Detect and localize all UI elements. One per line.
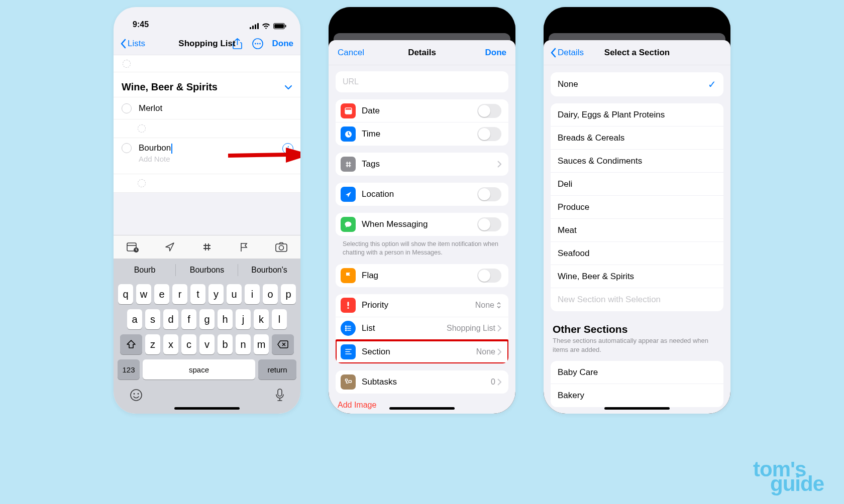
- key-o[interactable]: o: [263, 284, 278, 304]
- key-n[interactable]: n: [236, 334, 251, 354]
- keyboard[interactable]: qwertyuiop asdfghjkl zxcvbnm 123 space r…: [114, 281, 300, 414]
- section-option[interactable]: Bakery: [551, 384, 723, 407]
- camera-icon[interactable]: [275, 242, 287, 252]
- tag-icon[interactable]: [201, 241, 213, 253]
- list-cell[interactable]: List Shopping List: [336, 317, 508, 340]
- date-cell[interactable]: Date: [336, 99, 508, 122]
- priority-cell[interactable]: Priority None: [336, 294, 508, 317]
- svg-point-39: [346, 330, 347, 331]
- location-icon: [341, 187, 356, 202]
- key-l[interactable]: l: [272, 309, 287, 329]
- section-option[interactable]: Sauces & Condiments: [551, 150, 723, 173]
- key-p[interactable]: p: [281, 284, 296, 304]
- share-icon[interactable]: [232, 38, 243, 49]
- back-button[interactable]: Lists: [121, 39, 145, 49]
- key-z[interactable]: z: [145, 334, 160, 354]
- back-button[interactable]: Details: [551, 48, 584, 58]
- section-option[interactable]: Breads & Cereals: [551, 127, 723, 150]
- key-f[interactable]: f: [181, 309, 196, 329]
- key-i[interactable]: i: [245, 284, 260, 304]
- suggestion[interactable]: Bourbon's: [238, 259, 300, 281]
- cell-label: Location: [362, 189, 471, 199]
- key-g[interactable]: g: [199, 309, 215, 329]
- section-option[interactable]: Wine, Beer & Spirits: [551, 265, 723, 288]
- cell-label: Flag: [362, 271, 471, 281]
- reminder-item-editing[interactable]: Bourbon Add Note i: [114, 138, 300, 174]
- url-input[interactable]: URL: [336, 71, 508, 92]
- more-icon[interactable]: [252, 38, 263, 49]
- return-key[interactable]: return: [258, 359, 296, 380]
- phone-details: 9:45 Cancel Details Done URL: [329, 7, 515, 414]
- section-header[interactable]: Wine, Beer & Spirits: [114, 72, 300, 97]
- reminder-item-merlot[interactable]: Merlot: [114, 97, 300, 119]
- key-v[interactable]: v: [199, 334, 215, 354]
- key-y[interactable]: y: [208, 284, 224, 304]
- toggle[interactable]: [477, 269, 501, 283]
- key-r[interactable]: r: [172, 284, 187, 304]
- key-d[interactable]: d: [163, 309, 178, 329]
- done-button[interactable]: Done: [272, 39, 294, 49]
- toggle[interactable]: [477, 217, 501, 231]
- backspace-key[interactable]: [272, 334, 294, 354]
- flag-icon[interactable]: [239, 241, 250, 253]
- key-t[interactable]: t: [190, 284, 205, 304]
- key-x[interactable]: x: [163, 334, 178, 354]
- svg-point-37: [346, 328, 347, 329]
- toggle[interactable]: [477, 127, 501, 141]
- key-j[interactable]: j: [236, 309, 251, 329]
- emoji-key[interactable]: [130, 389, 143, 402]
- radio-icon[interactable]: [122, 143, 132, 153]
- toggle[interactable]: [477, 104, 501, 118]
- chevron-right-icon: [497, 161, 501, 168]
- key-e[interactable]: e: [154, 284, 169, 304]
- tags-cell[interactable]: Tags: [336, 153, 508, 176]
- key-h[interactable]: h: [218, 309, 233, 329]
- subtasks-cell[interactable]: Subtasks 0: [336, 370, 508, 394]
- new-item-placeholder[interactable]: [114, 55, 300, 72]
- new-item-placeholder[interactable]: [114, 119, 300, 138]
- key-m[interactable]: m: [254, 334, 269, 354]
- editing-text[interactable]: Bourbon: [139, 143, 171, 153]
- numbers-key[interactable]: 123: [118, 359, 140, 380]
- cancel-button[interactable]: Cancel: [338, 48, 364, 58]
- add-note-placeholder[interactable]: Add Note: [114, 155, 300, 163]
- section-option[interactable]: Dairy, Eggs & Plant Proteins: [551, 103, 723, 127]
- flag-cell[interactable]: Flag: [336, 264, 508, 287]
- key-c[interactable]: c: [181, 334, 196, 354]
- check-icon: ✓: [708, 78, 716, 90]
- calendar-icon[interactable]: [127, 241, 139, 253]
- new-item-placeholder[interactable]: [114, 174, 300, 193]
- section-option[interactable]: Baby Care: [551, 361, 723, 384]
- section-option[interactable]: Produce: [551, 196, 723, 219]
- dictation-key[interactable]: [275, 389, 284, 402]
- other-sections-header: Other Sections: [551, 323, 723, 335]
- section-option[interactable]: Meat: [551, 219, 723, 242]
- section-option-none[interactable]: None ✓: [551, 72, 723, 96]
- info-icon[interactable]: i: [282, 143, 293, 154]
- key-k[interactable]: k: [254, 309, 269, 329]
- location-icon[interactable]: [164, 241, 175, 253]
- suggestion[interactable]: Bourbons: [176, 259, 238, 281]
- done-button[interactable]: Done: [485, 48, 507, 58]
- key-u[interactable]: u: [227, 284, 242, 304]
- location-cell[interactable]: Location: [336, 183, 508, 206]
- section-option[interactable]: Seafood: [551, 242, 723, 265]
- key-a[interactable]: a: [127, 309, 142, 329]
- time-cell[interactable]: Time: [336, 122, 508, 146]
- space-key[interactable]: space: [143, 359, 255, 380]
- key-s[interactable]: s: [145, 309, 160, 329]
- cell-label: Date: [362, 106, 471, 116]
- key-b[interactable]: b: [218, 334, 233, 354]
- messaging-cell[interactable]: When Messaging: [336, 213, 508, 236]
- shift-key[interactable]: [120, 334, 142, 354]
- section-cell[interactable]: Section None: [336, 340, 508, 363]
- option-label: None: [558, 79, 578, 89]
- toggle[interactable]: [477, 187, 501, 201]
- home-indicator: [389, 407, 455, 410]
- suggestion[interactable]: Bourb: [114, 259, 176, 281]
- cell-label: Time: [362, 129, 471, 139]
- key-q[interactable]: q: [118, 284, 133, 304]
- key-w[interactable]: w: [136, 284, 151, 304]
- radio-icon[interactable]: [122, 103, 132, 113]
- section-option[interactable]: Deli: [551, 173, 723, 196]
